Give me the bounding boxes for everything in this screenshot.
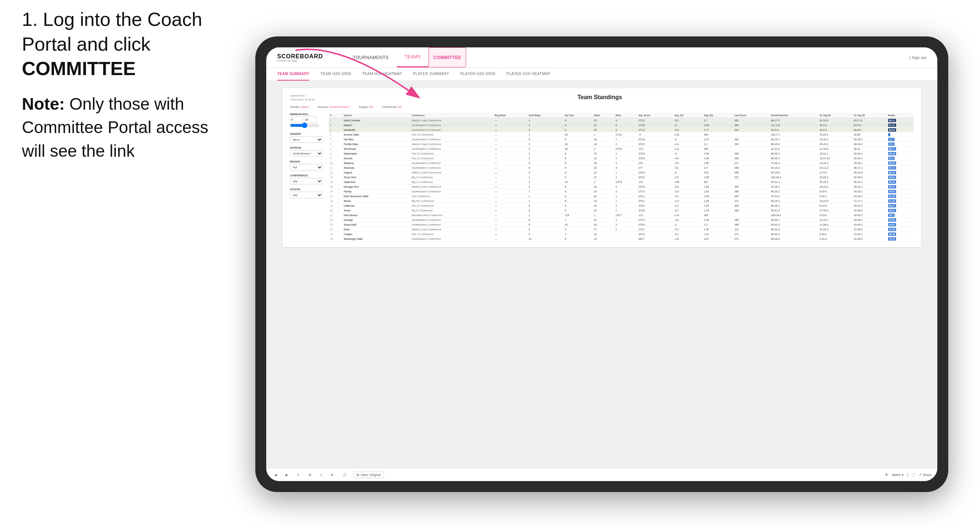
cell-avg-so: -6 <box>673 170 702 175</box>
division-select[interactable]: NCAA Division I <box>290 150 323 157</box>
content-layout: Minimum Rou... Gender Men's <box>290 113 914 241</box>
cell-school: Tennessee <box>342 146 410 151</box>
table-row: 23 Texas A&M Southeastern Conference — 9… <box>329 222 914 227</box>
watch-icon: 👁 <box>885 473 888 477</box>
cell-avg-so2: 269 <box>702 213 733 217</box>
sub-nav-player-h2h-grid[interactable]: PLAYER H2H GRID <box>460 68 496 81</box>
toolbar-share-small-btn[interactable]: ⎋ <box>318 472 324 478</box>
rounds-slider[interactable] <box>290 122 319 128</box>
toolbar-bookmark-btn[interactable]: ⊕ <box>329 472 336 478</box>
cell-no-tour: 8 <box>563 203 593 208</box>
cell-low-score: 262 <box>733 137 770 142</box>
cell-low-score: 265 <box>733 184 770 189</box>
toolbar-separator: | <box>907 473 908 477</box>
cell-record: 17-33-3 <box>818 208 852 213</box>
cell-conf-rank: 2 <box>527 151 563 156</box>
cell-adj-score: 279.2 <box>637 217 673 222</box>
nav-item-teams[interactable]: TEAMS <box>397 48 429 67</box>
filter-school-section: School (All) <box>290 188 323 198</box>
sub-nav-team-h2h-grid[interactable]: TEAM H2H GRID <box>320 68 351 81</box>
cell-avg-so: -5.2 <box>673 118 702 123</box>
cell-low-score: 268 <box>733 170 770 175</box>
cell-low-score: 262 <box>733 151 770 156</box>
sub-nav-player-summary[interactable]: PLAYER SUMMARY <box>413 68 449 81</box>
cell-record: 16-21-23 <box>818 156 852 161</box>
cell-no-tour: 7 <box>563 232 593 237</box>
gender-select[interactable]: Men's <box>290 136 323 143</box>
cell-wins: 1 <box>614 156 637 161</box>
watch-btn[interactable]: Watch ▾ <box>892 473 904 477</box>
cell-conf-rank: 1 <box>527 175 563 180</box>
cell-adj-score: 273.6 <box>637 123 673 127</box>
logo-subtitle: Powered by clippi <box>277 59 297 62</box>
cell-rank: 19 <box>329 203 342 208</box>
cell-vs25: 47-30-0 <box>852 227 887 232</box>
table-row: 4 Arizona State Pac-12 Conference — 1 26… <box>329 132 914 137</box>
toolbar-back-btn[interactable]: ◀ <box>272 472 279 478</box>
cell-avg-so2: 1.53 <box>702 203 733 208</box>
cell-no-tour: 8 <box>563 170 593 175</box>
cell-school: East Tennessee State <box>342 194 410 198</box>
sub-nav-team-h2h-heatmap[interactable]: TEAM H2H HEATMAP <box>362 68 402 81</box>
school-select[interactable]: (All) <box>290 192 323 198</box>
cell-reg-rank: — <box>493 232 527 237</box>
toolbar-forward-btn[interactable]: ▶ <box>283 472 290 478</box>
cell-conf-rank: 2 <box>527 142 563 146</box>
share-label: Share <box>923 473 931 477</box>
cell-points: 67.9 <box>887 142 914 146</box>
table-row: 11 Arkansas Southeastern Conference — 6 … <box>329 165 914 170</box>
cell-conference: Pac-12 Conference <box>410 232 493 237</box>
cell-school: Auburn <box>342 123 410 127</box>
toolbar-home-btn[interactable]: ⊞ <box>306 472 313 478</box>
cell-no-tour: 26 <box>563 132 593 137</box>
cell-rank: 6 <box>329 142 342 146</box>
cell-rank: 21 <box>329 213 342 217</box>
cell-points: 68.27 <box>887 203 914 208</box>
conference-filter-label: Conference: All <box>382 105 401 109</box>
cell-low-score: 268 <box>733 156 770 161</box>
sub-nav-team-summary[interactable]: TEAM SUMMARY <box>277 68 309 81</box>
cell-avg-so: -5.1 <box>673 194 702 198</box>
cell-conference: Southeastern Conference <box>410 127 493 132</box>
cell-school: Alabama <box>342 161 410 165</box>
cell-no-tour: 8 <box>563 194 593 198</box>
cell-avg-so2: 0.97 <box>702 237 733 241</box>
cell-no-tour: 10 <box>563 142 593 146</box>
cell-wins: 2 <box>614 222 637 227</box>
cell-conf-rank: 3 <box>527 137 563 142</box>
cell-reg-rank: — <box>493 213 527 217</box>
cell-conf-rank: 10 <box>527 237 563 241</box>
cell-wins: 275.9 <box>614 146 637 151</box>
cell-low-score: 267 <box>733 175 770 180</box>
view-original-icon: ⊞ <box>356 473 359 477</box>
cell-school: Ole Miss <box>342 137 410 142</box>
table-row: 15 Georgia Tech Atlantic Coast Conferenc… <box>329 184 914 189</box>
filter-conference-section: Conference (All) <box>290 174 323 184</box>
sub-nav-player-h2h-heatmap[interactable]: PLAYER H2H HEATMAP <box>506 68 550 81</box>
cell-vs25: 34-25-2 <box>852 189 887 194</box>
cell-wins: 1 <box>614 194 637 198</box>
cell-vs25: 33-38-4 <box>852 208 887 213</box>
view-original-btn[interactable]: ⊞ View: Original <box>353 471 384 478</box>
cell-no-tour: 8 <box>563 151 593 156</box>
cell-reg-rank: — <box>493 132 527 137</box>
min-rounds-input[interactable] <box>290 117 303 122</box>
cell-rnds: 23 <box>592 161 614 165</box>
cell-conference: Sun Conference <box>410 194 493 198</box>
nav-item-tournaments[interactable]: TOURNAMENTS <box>345 48 397 67</box>
cell-conference: Big 12 Conference <box>410 180 493 184</box>
toolbar-refresh-btn[interactable]: ↻ <box>295 472 302 478</box>
sign-out-button[interactable]: | Sign out <box>910 56 926 60</box>
cell-vs25: 23-33-1 <box>852 232 887 237</box>
cell-conf-rank: 4 <box>527 203 563 208</box>
region-select[interactable]: N/A <box>290 164 323 171</box>
share-btn[interactable]: ↗ Share <box>919 473 931 477</box>
conference-select[interactable]: (All) <box>290 178 323 184</box>
cell-record: 12-13-0 <box>818 198 852 203</box>
toolbar-clock-btn[interactable]: 🕐 <box>340 472 349 478</box>
max-rounds-input[interactable] <box>304 117 317 122</box>
table-row: 20 Texas Big 12 Conference — 3 8 22 1 27… <box>329 208 914 213</box>
cell-adj-score: 276.5 <box>637 184 673 189</box>
nav-item-committee[interactable]: COMMITTEE <box>428 48 466 67</box>
cell-adj-score: 276.6 <box>637 156 673 161</box>
